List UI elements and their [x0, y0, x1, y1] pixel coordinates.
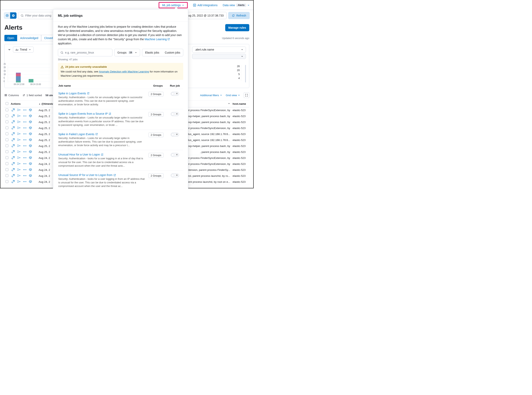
secondary-group-select[interactable] [192, 54, 246, 59]
cube-icon[interactable] [29, 150, 32, 153]
analyze-icon[interactable] [17, 126, 21, 129]
cube-icon[interactable] [29, 120, 32, 123]
cube-icon[interactable] [29, 174, 32, 177]
more-icon[interactable] [23, 162, 27, 165]
row-checkbox[interactable] [5, 121, 8, 123]
row-checkbox[interactable] [5, 168, 8, 171]
job-groups-pill[interactable]: 2 Groups [148, 173, 163, 178]
groups-filter-button[interactable]: Groups 15 [114, 49, 140, 56]
machine-learning-link[interactable]: Machine Learning [145, 38, 170, 41]
more-icon[interactable] [23, 126, 27, 129]
expand-icon[interactable] [11, 126, 15, 129]
expand-icon[interactable] [11, 162, 15, 165]
more-icon[interactable] [23, 120, 27, 123]
row-checkbox[interactable] [5, 138, 8, 141]
more-icon[interactable] [23, 156, 27, 159]
row-checkbox[interactable] [5, 162, 8, 165]
expand-icon[interactable] [11, 132, 15, 135]
cube-icon[interactable] [29, 162, 32, 165]
row-checkbox[interactable] [5, 126, 8, 129]
tab-elastic-jobs[interactable]: Elastic jobs [142, 49, 162, 56]
job-groups-pill[interactable]: 2 Groups [148, 112, 163, 117]
cube-icon[interactable] [29, 156, 32, 159]
expand-icon[interactable] [11, 108, 15, 111]
expand-icon[interactable] [11, 138, 15, 141]
expand-icon[interactable] [11, 156, 15, 159]
expand-icon[interactable] [11, 180, 15, 183]
status-tab-open[interactable]: Open [4, 35, 17, 41]
job-search-input[interactable]: e.g. rare_process_linux [58, 49, 113, 56]
cube-icon[interactable] [29, 144, 32, 147]
analyze-icon[interactable] [17, 162, 21, 165]
cube-icon[interactable] [29, 180, 32, 183]
add-filter-button[interactable] [10, 12, 16, 19]
manage-rules-button[interactable]: Manage rules [225, 24, 249, 31]
run-job-toggle[interactable] [171, 112, 179, 116]
row-checkbox[interactable] [5, 115, 8, 117]
job-title-link[interactable]: Spike in Logon Events from a Source IP [58, 112, 145, 115]
select-all-checkbox[interactable] [5, 102, 8, 105]
date-picker[interactable]: Aug 25, 2022 @ 13:37:38.733 [183, 12, 227, 19]
job-groups-pill[interactable]: 2 Groups [148, 92, 163, 96]
additional-filters-button[interactable]: Additional filters [200, 94, 222, 97]
row-checkbox[interactable] [5, 150, 8, 153]
job-title-link[interactable]: Spike in Logon Events [58, 92, 145, 95]
group-by-field-select[interactable]: .alert.rule.name [192, 47, 246, 53]
row-checkbox[interactable] [5, 109, 8, 111]
job-groups-pill[interactable]: 2 Groups [148, 153, 163, 158]
analyze-icon[interactable] [17, 174, 21, 177]
job-groups-pill[interactable]: 2 Groups [148, 133, 163, 137]
cube-icon[interactable] [29, 126, 32, 129]
more-icon[interactable] [23, 174, 27, 177]
fullscreen-button[interactable] [244, 92, 249, 98]
cube-icon[interactable] [29, 132, 32, 135]
analyze-icon[interactable] [17, 180, 21, 183]
more-icon[interactable] [23, 132, 27, 135]
cube-icon[interactable] [29, 138, 32, 141]
trend-select[interactable]: Trend [13, 47, 34, 53]
row-checkbox[interactable] [5, 156, 8, 159]
more-icon[interactable] [23, 180, 27, 183]
expand-icon[interactable] [11, 150, 15, 153]
cube-icon[interactable] [29, 168, 32, 171]
analyze-icon[interactable] [17, 120, 21, 123]
collapse-chart-icon[interactable] [8, 48, 11, 51]
add-integrations-button[interactable]: Add integrations [193, 4, 217, 7]
run-job-toggle[interactable] [171, 133, 179, 137]
expand-icon[interactable] [11, 168, 15, 171]
row-checkbox[interactable] [5, 132, 8, 135]
analyze-icon[interactable] [17, 168, 21, 171]
expand-icon[interactable] [11, 120, 15, 123]
more-icon[interactable] [23, 150, 27, 153]
expand-icon[interactable] [11, 144, 15, 147]
analyze-icon[interactable] [17, 108, 21, 111]
ml-job-settings-trigger[interactable]: ML job settings [159, 2, 188, 8]
grid-view-button[interactable]: Grid view [226, 94, 240, 97]
more-icon[interactable] [23, 168, 27, 171]
analyze-icon[interactable] [17, 156, 21, 159]
sort-button[interactable]: 1 field sorted [22, 94, 42, 97]
expand-icon[interactable] [11, 114, 15, 117]
cube-icon[interactable] [29, 108, 32, 111]
refresh-button[interactable]: Refresh [228, 12, 250, 19]
analyze-icon[interactable] [17, 138, 21, 141]
status-tab-ack[interactable]: Acknowledged [17, 35, 41, 41]
job-title-link[interactable]: Unusual Source IP for a User to Logon fr… [58, 173, 145, 177]
row-checkbox[interactable] [5, 180, 8, 183]
anomaly-detection-link[interactable]: Anomaly Detection with Machine Learning [99, 70, 149, 73]
more-icon[interactable] [23, 144, 27, 147]
job-title-link[interactable]: Spike in Failed Logon Events [58, 133, 145, 136]
columns-button[interactable]: Columns [4, 94, 19, 97]
job-title-link[interactable]: Unusual Hour for a User to Logon [58, 153, 145, 156]
more-icon[interactable] [23, 114, 27, 117]
analyze-icon[interactable] [17, 144, 21, 147]
run-job-toggle[interactable] [171, 153, 179, 157]
legend-scrollbar[interactable] [245, 65, 246, 82]
more-icon[interactable] [23, 108, 27, 111]
row-checkbox[interactable] [5, 144, 8, 147]
run-job-toggle[interactable] [171, 92, 179, 96]
data-view-button[interactable]: Data view Alerts [223, 4, 250, 7]
analyze-icon[interactable] [17, 114, 21, 117]
tab-custom-jobs[interactable]: Custom jobs [162, 49, 183, 56]
expand-icon[interactable] [11, 174, 15, 177]
